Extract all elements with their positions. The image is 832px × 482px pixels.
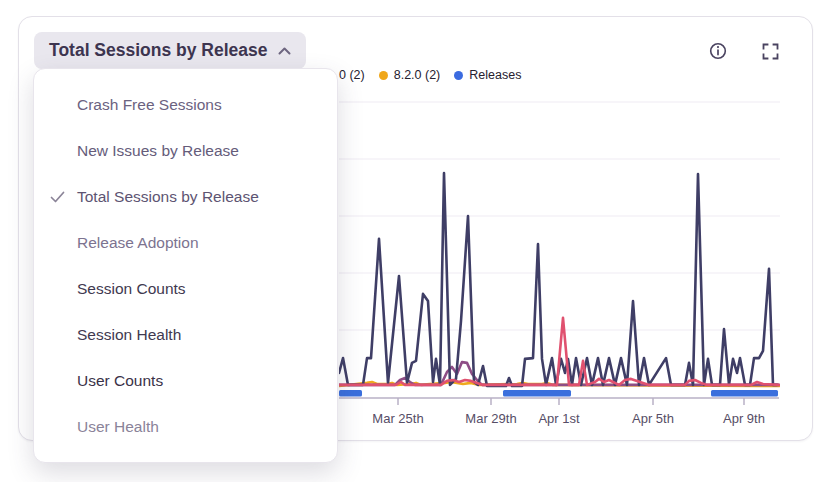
sessions-chart[interactable] <box>339 96 780 410</box>
fullscreen-icon <box>762 43 779 60</box>
x-axis-label: Apr 9th <box>702 411 786 426</box>
legend-item-truncated[interactable]: 0 (2) <box>339 68 365 82</box>
menu-item-release-adoption[interactable]: Release Adoption <box>34 220 337 266</box>
expand-button[interactable] <box>759 40 781 62</box>
release-bar[interactable] <box>503 390 571 397</box>
menu-item-session-health[interactable]: Session Health <box>34 312 337 358</box>
chevron-up-icon <box>278 47 291 55</box>
menu-item-user-health[interactable]: User Health <box>34 404 337 450</box>
menu-item-user-counts[interactable]: User Counts <box>34 358 337 404</box>
menu-item-label: Session Counts <box>77 280 186 298</box>
legend-label: 8.2.0 (2) <box>394 68 441 82</box>
widget-type-menu: Crash Free SessionsNew Issues by Release… <box>33 68 338 463</box>
menu-item-crash-free-sessions[interactable]: Crash Free Sessions <box>34 82 337 128</box>
legend-label: 0 (2) <box>339 68 365 82</box>
menu-item-label: New Issues by Release <box>77 142 239 160</box>
menu-item-label: User Health <box>77 418 159 436</box>
menu-item-total-sessions-by-release[interactable]: Total Sessions by Release <box>34 174 337 220</box>
menu-item-label: User Counts <box>77 372 163 390</box>
legend-dot-icon <box>379 71 388 80</box>
menu-item-label: Release Adoption <box>77 234 199 252</box>
menu-item-label: Crash Free Sessions <box>77 96 222 114</box>
release-bar[interactable] <box>339 390 362 397</box>
x-axis-labels: Mar 25thMar 29thApr 1stApr 5thApr 9th <box>339 411 780 431</box>
menu-item-new-issues-by-release[interactable]: New Issues by Release <box>34 128 337 174</box>
checkmark-icon <box>50 191 65 203</box>
menu-item-label: Session Health <box>77 326 181 344</box>
widget-title: Total Sessions by Release <box>49 40 268 61</box>
menu-item-session-counts[interactable]: Session Counts <box>34 266 337 312</box>
release-bar[interactable] <box>711 390 778 397</box>
widget-title-dropdown-button[interactable]: Total Sessions by Release <box>34 32 306 69</box>
legend-label: Releases <box>469 68 521 82</box>
info-icon <box>709 42 727 60</box>
legend-item[interactable]: Releases <box>454 68 521 82</box>
x-axis-label: Apr 1st <box>517 411 601 426</box>
x-axis-label: Mar 25th <box>356 411 440 426</box>
menu-item-label: Total Sessions by Release <box>77 188 259 206</box>
legend-dot-icon <box>454 71 463 80</box>
x-axis-label: Apr 5th <box>611 411 695 426</box>
chart-legend: 0 (2) 8.2.0 (2)Releases <box>339 66 521 84</box>
series-line[interactable] <box>339 173 777 386</box>
info-button[interactable] <box>707 40 729 62</box>
legend-item[interactable]: 8.2.0 (2) <box>379 68 441 82</box>
